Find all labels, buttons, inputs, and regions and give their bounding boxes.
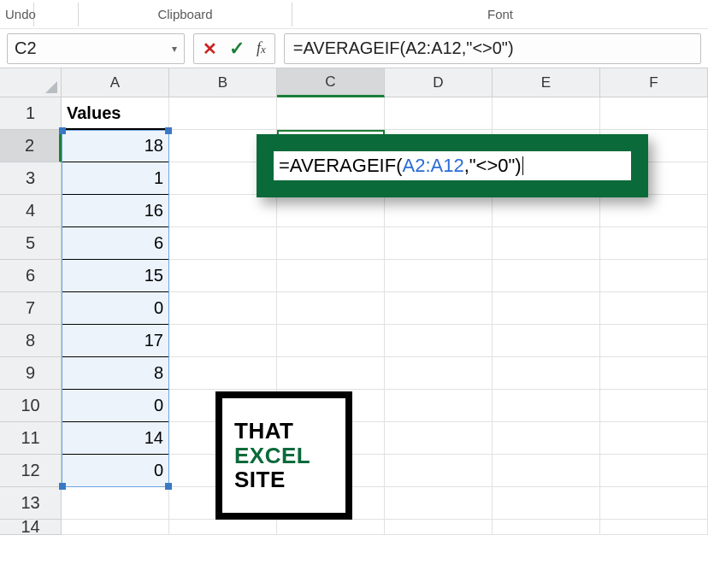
cell-A5[interactable]: 6 [62,227,169,260]
ribbon-separator [34,3,79,26]
that-excel-site-logo: THAT EXCEL SITE [215,391,352,520]
cell-E10[interactable] [493,390,600,422]
cell-E8[interactable] [493,325,600,357]
cell-F5[interactable] [600,227,708,260]
row-header-10[interactable]: 10 [0,390,62,422]
cell-D7[interactable] [385,292,493,325]
row-header-14[interactable]: 14 [0,520,62,535]
cell-B5[interactable] [169,227,277,260]
row-header-5[interactable]: 5 [0,227,62,260]
fx-icon[interactable]: fx [257,39,266,57]
cell-F1[interactable] [600,97,708,130]
cell-C14[interactable] [277,520,385,535]
cell-D10[interactable] [385,390,493,422]
cell-E14[interactable] [493,520,600,535]
column-header-F[interactable]: F [600,68,708,97]
cell-C5[interactable] [277,227,385,260]
cell-C4[interactable] [277,195,385,227]
cell-A7[interactable]: 0 [62,292,169,325]
cell-D6[interactable] [385,260,493,292]
cell-E1[interactable] [493,97,600,130]
cell-A3[interactable]: 1 [62,162,169,195]
cell-B4[interactable] [169,195,277,227]
cell-A9[interactable]: 8 [62,357,169,390]
cell-F13[interactable] [600,487,708,520]
cell-D8[interactable] [385,325,493,357]
formula-input[interactable]: =AVERAGEIF(A2:A12,"<>0") [284,33,701,64]
column-header-E[interactable]: E [493,68,600,97]
row-header-9[interactable]: 9 [0,357,62,390]
cell-D14[interactable] [385,520,493,535]
row-header-2[interactable]: 2 [0,130,62,162]
cell-C9[interactable] [277,357,385,390]
cell-F9[interactable] [600,357,708,390]
formula-annotation-callout: =AVERAGEIF(A2:A12,"<>0") [257,134,648,197]
cell-A12[interactable]: 0 [62,455,169,487]
cell-F4[interactable] [600,195,708,227]
cell-C8[interactable] [277,325,385,357]
cell-B9[interactable] [169,357,277,390]
cell-C7[interactable] [277,292,385,325]
cell-A8[interactable]: 17 [62,325,169,357]
cell-E4[interactable] [493,195,600,227]
cell-E5[interactable] [493,227,600,260]
cell-B8[interactable] [169,325,277,357]
cell-C1[interactable] [277,97,385,130]
column-header-D[interactable]: D [385,68,493,97]
cell-E9[interactable] [493,357,600,390]
name-box[interactable]: C2 ▾ [7,33,185,64]
cell-B6[interactable] [169,260,277,292]
cell-E11[interactable] [493,422,600,455]
column-header-C[interactable]: C [277,68,385,97]
cell-F8[interactable] [600,325,708,357]
cell-D12[interactable] [385,455,493,487]
row-header-13[interactable]: 13 [0,487,62,520]
cell-F7[interactable] [600,292,708,325]
row-header-11[interactable]: 11 [0,422,62,455]
row: 98 [0,357,708,390]
row-header-12[interactable]: 12 [0,455,62,487]
cell-A1[interactable]: Values [62,97,169,130]
cell-A13[interactable] [62,487,169,520]
cell-D1[interactable] [385,97,493,130]
cell-A10[interactable]: 0 [62,390,169,422]
cell-F6[interactable] [600,260,708,292]
name-box-value: C2 [15,38,37,58]
cell-E12[interactable] [493,455,600,487]
cell-A2[interactable]: 18 [62,130,169,162]
cell-F10[interactable] [600,390,708,422]
row-header-8[interactable]: 8 [0,325,62,357]
cell-D11[interactable] [385,422,493,455]
column-header-B[interactable]: B [169,68,277,97]
cell-A6[interactable]: 15 [62,260,169,292]
cell-E7[interactable] [493,292,600,325]
cell-E6[interactable] [493,260,600,292]
column-header-A[interactable]: A [62,68,169,97]
cell-C6[interactable] [277,260,385,292]
cell-D9[interactable] [385,357,493,390]
chevron-down-icon[interactable]: ▾ [172,43,177,55]
row-header-1[interactable]: 1 [0,97,62,130]
cell-F11[interactable] [600,422,708,455]
cell-B1[interactable] [169,97,277,130]
logo-line3: SITE [234,467,345,492]
row-header-3[interactable]: 3 [0,162,62,195]
cell-F14[interactable] [600,520,708,535]
cell-B14[interactable] [169,520,277,535]
row-header-7[interactable]: 7 [0,292,62,325]
cell-A14[interactable] [62,520,169,535]
select-all-corner[interactable] [0,68,62,97]
cell-D13[interactable] [385,487,493,520]
enter-icon[interactable]: ✓ [229,38,245,60]
cell-D5[interactable] [385,227,493,260]
cancel-icon[interactable]: ✕ [203,38,217,59]
row: 615 [0,260,708,292]
cell-E13[interactable] [493,487,600,520]
cell-A4[interactable]: 16 [62,195,169,227]
cell-A11[interactable]: 14 [62,422,169,455]
row-header-6[interactable]: 6 [0,260,62,292]
row-header-4[interactable]: 4 [0,195,62,227]
cell-B7[interactable] [169,292,277,325]
cell-D4[interactable] [385,195,493,227]
cell-F12[interactable] [600,455,708,487]
